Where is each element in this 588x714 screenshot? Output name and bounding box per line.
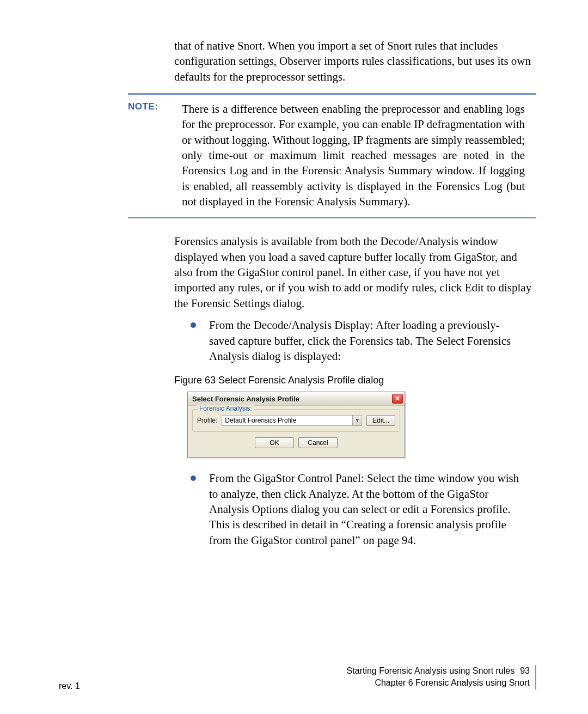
- bullet-item-1: From the Decode/Analysis Display: After …: [174, 318, 536, 364]
- bullet-1-text: From the Decode/Analysis Display: After …: [209, 318, 525, 364]
- ok-button[interactable]: OK: [255, 437, 294, 448]
- page-footer: rev. 1 Starting Forensic Analysis using …: [0, 665, 588, 692]
- fieldset-legend: Forensic Analysis:: [197, 405, 254, 412]
- close-icon[interactable]: ✕: [392, 394, 403, 404]
- note-label: NOTE:: [128, 101, 158, 112]
- bullet-2-text: From the GigaStor Control Panel: Select …: [209, 471, 525, 548]
- profile-select[interactable]: Default Forensics Profile ▼: [222, 415, 362, 426]
- profile-label: Profile:: [197, 417, 217, 424]
- footer-revision: rev. 1: [59, 681, 80, 691]
- note-block: NOTE: There is a difference between enab…: [174, 93, 536, 218]
- note-rule-bottom: [128, 217, 536, 218]
- bullet-item-2: From the GigaStor Control Panel: Select …: [174, 471, 536, 548]
- forensic-analysis-fieldset: Forensic Analysis: Profile: Default Fore…: [192, 409, 400, 432]
- paragraph-2: Forensics analysis is available from bot…: [174, 234, 536, 311]
- note-text: There is a difference between enabling t…: [182, 101, 525, 209]
- cancel-button[interactable]: Cancel: [298, 437, 338, 448]
- footer-section-title: Starting Forensic Analysis using Snort r…: [347, 666, 515, 675]
- select-forensic-profile-dialog: Select Forensic Analysis Profile ✕ Foren…: [187, 392, 405, 457]
- chevron-down-icon: ▼: [352, 416, 362, 425]
- bullet-dot-icon: [191, 322, 196, 328]
- profile-select-value: Default Forensics Profile: [225, 417, 296, 424]
- dialog-title: Select Forensic Analysis Profile: [192, 395, 299, 403]
- footer-chapter: Chapter 6 Forensic Analysis using Snort: [347, 677, 530, 689]
- page-number: 93: [514, 666, 530, 675]
- intro-paragraph: that of native Snort. When you import a …: [174, 38, 536, 84]
- edit-button[interactable]: Edit...: [366, 415, 395, 426]
- dialog-titlebar: Select Forensic Analysis Profile ✕: [188, 392, 405, 406]
- bullet-dot-icon: [191, 475, 196, 481]
- figure-caption: Figure 63 Select Forensic Analysis Profi…: [174, 375, 536, 386]
